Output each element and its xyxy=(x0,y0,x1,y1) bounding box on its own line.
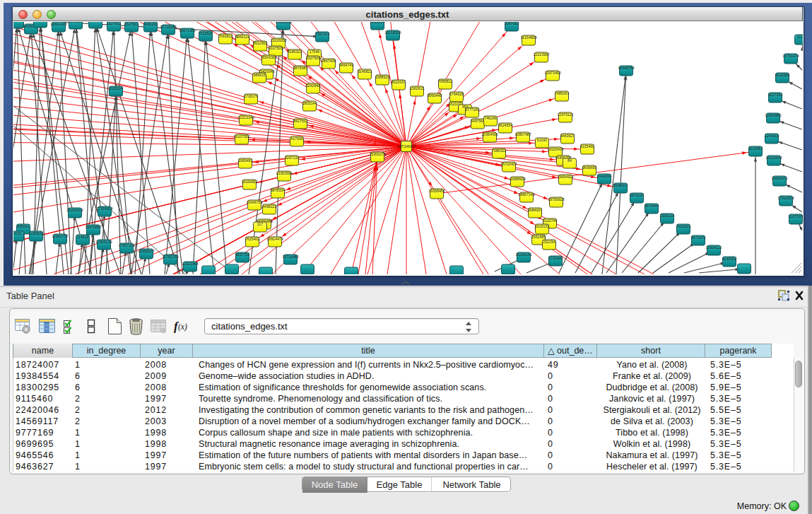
svg-text:7663822: 7663822 xyxy=(218,34,233,38)
svg-text:15136141: 15136141 xyxy=(515,252,531,257)
svg-text:8860124: 8860124 xyxy=(235,35,249,39)
svg-text:18724007: 18724007 xyxy=(397,144,416,148)
svg-text:6120746: 6120746 xyxy=(543,218,557,223)
svg-text:12505135: 12505135 xyxy=(95,240,112,244)
svg-text:2718176: 2718176 xyxy=(244,94,258,98)
svg-text:19756928: 19756928 xyxy=(548,197,564,201)
svg-text:84: 84 xyxy=(567,158,572,163)
svg-text:16107552: 16107552 xyxy=(233,134,249,139)
svg-text:9777169: 9777169 xyxy=(465,107,479,112)
svg-text:10654112: 10654112 xyxy=(706,245,722,250)
svg-text:1527602: 1527602 xyxy=(107,22,121,25)
svg-text:1362615: 1362615 xyxy=(410,86,424,90)
svg-text:7485063: 7485063 xyxy=(555,91,569,95)
svg-text:16671385: 16671385 xyxy=(179,28,195,33)
svg-text:989615: 989615 xyxy=(253,73,265,77)
svg-text:9084067: 9084067 xyxy=(528,208,542,212)
svg-text:20364436: 20364436 xyxy=(481,132,498,136)
svg-text:1552485: 1552485 xyxy=(531,235,546,239)
svg-text:114519: 114519 xyxy=(77,235,89,239)
svg-text:15720407: 15720407 xyxy=(500,162,517,166)
svg-text:8427552: 8427552 xyxy=(293,119,307,123)
svg-text:17016504: 17016504 xyxy=(777,196,794,200)
svg-text:20206516: 20206516 xyxy=(66,208,83,212)
svg-text:19218506: 19218506 xyxy=(384,30,401,35)
svg-text:9115460: 9115460 xyxy=(580,144,594,148)
svg-text:9329966: 9329966 xyxy=(775,73,789,77)
svg-text:13353594: 13353594 xyxy=(276,171,292,175)
svg-text:13226058: 13226058 xyxy=(270,38,286,42)
svg-text:9657791: 9657791 xyxy=(235,252,249,257)
svg-text:8813054: 8813054 xyxy=(370,22,384,24)
svg-text:1167533: 1167533 xyxy=(789,214,803,218)
svg-text:6497568: 6497568 xyxy=(471,119,485,123)
svg-text:9699695: 9699695 xyxy=(582,165,596,170)
svg-text:10958107: 10958107 xyxy=(138,249,154,253)
svg-text:9242848: 9242848 xyxy=(306,83,320,88)
svg-text:11172: 11172 xyxy=(796,35,803,39)
svg-text:8186323: 8186323 xyxy=(288,49,302,54)
svg-text:19716485: 19716485 xyxy=(282,255,298,259)
svg-text:10973493: 10973493 xyxy=(544,71,560,75)
svg-text:2087682: 2087682 xyxy=(505,22,519,25)
svg-text:1065326: 1065326 xyxy=(69,22,83,23)
svg-text:2867608: 2867608 xyxy=(322,59,336,63)
svg-text:10719185: 10719185 xyxy=(160,25,176,29)
svg-text:1615132: 1615132 xyxy=(535,224,549,228)
svg-text:16033809: 16033809 xyxy=(275,22,291,24)
svg-text:10653267: 10653267 xyxy=(87,22,103,23)
svg-text:19654923: 19654923 xyxy=(557,175,573,179)
svg-text:3215953: 3215953 xyxy=(748,146,763,151)
svg-text:6466160: 6466160 xyxy=(143,22,158,26)
svg-text:12213967: 12213967 xyxy=(533,52,549,57)
svg-text:39151: 39151 xyxy=(13,231,22,235)
svg-text:17359924: 17359924 xyxy=(96,206,112,211)
svg-text:19975867: 19975867 xyxy=(85,225,101,229)
svg-text:6794028: 6794028 xyxy=(449,92,464,96)
svg-text:7625402: 7625402 xyxy=(245,237,259,241)
svg-text:17546: 17546 xyxy=(310,49,320,54)
svg-text:12975115: 12975115 xyxy=(558,112,574,117)
svg-text:8322037: 8322037 xyxy=(392,80,406,84)
svg-text:7515526: 7515526 xyxy=(199,31,213,35)
svg-text:252254: 252254 xyxy=(543,240,555,244)
svg-text:9245652: 9245652 xyxy=(722,257,736,261)
svg-text:16543362: 16543362 xyxy=(260,55,276,59)
svg-text:10046756: 10046756 xyxy=(246,200,262,204)
svg-text:2803144: 2803144 xyxy=(302,101,317,105)
svg-text:16782759: 16782759 xyxy=(162,255,178,259)
svg-text:19166822: 19166822 xyxy=(241,180,257,184)
svg-text:1156829: 1156829 xyxy=(29,231,43,235)
svg-text:12942757: 12942757 xyxy=(52,234,68,238)
svg-text:18807249: 18807249 xyxy=(518,192,534,197)
svg-text:10025438: 10025438 xyxy=(547,147,563,151)
svg-text:7632621: 7632621 xyxy=(676,224,690,228)
svg-text:10688609: 10688609 xyxy=(509,177,525,181)
svg-text:9327505: 9327505 xyxy=(269,46,283,50)
svg-text:16154808: 16154808 xyxy=(520,35,536,40)
svg-text:1965493: 1965493 xyxy=(238,158,252,163)
svg-text:16210643: 16210643 xyxy=(765,156,782,160)
svg-text:15751074: 15751074 xyxy=(782,54,799,58)
svg-text:14055714: 14055714 xyxy=(13,22,25,23)
svg-text:417006: 417006 xyxy=(290,136,302,141)
svg-text:15692971: 15692971 xyxy=(771,176,787,180)
svg-text:62160: 62160 xyxy=(537,138,548,142)
svg-text:19358456: 19358456 xyxy=(428,189,445,193)
svg-text:8912955: 8912955 xyxy=(253,41,267,45)
svg-text:4498222: 4498222 xyxy=(262,204,276,209)
svg-text:9146821: 9146821 xyxy=(358,69,372,74)
svg-text:8990448: 8990448 xyxy=(428,93,442,98)
svg-text:7357224: 7357224 xyxy=(315,32,329,36)
svg-text:16914479: 16914479 xyxy=(266,237,283,241)
svg-text:9227342: 9227342 xyxy=(768,93,782,97)
svg-text:2005334: 2005334 xyxy=(109,86,123,90)
svg-text:6479197: 6479197 xyxy=(630,193,644,197)
svg-text:16648784: 16648784 xyxy=(618,66,634,70)
svg-text:9474444: 9474444 xyxy=(645,204,659,208)
svg-text:1733426: 1733426 xyxy=(548,256,563,260)
svg-text:17957223: 17957223 xyxy=(118,243,134,247)
svg-text:1527601: 1527601 xyxy=(124,22,139,26)
svg-text:10807487: 10807487 xyxy=(514,132,531,136)
svg-text:3875685: 3875685 xyxy=(293,66,307,70)
